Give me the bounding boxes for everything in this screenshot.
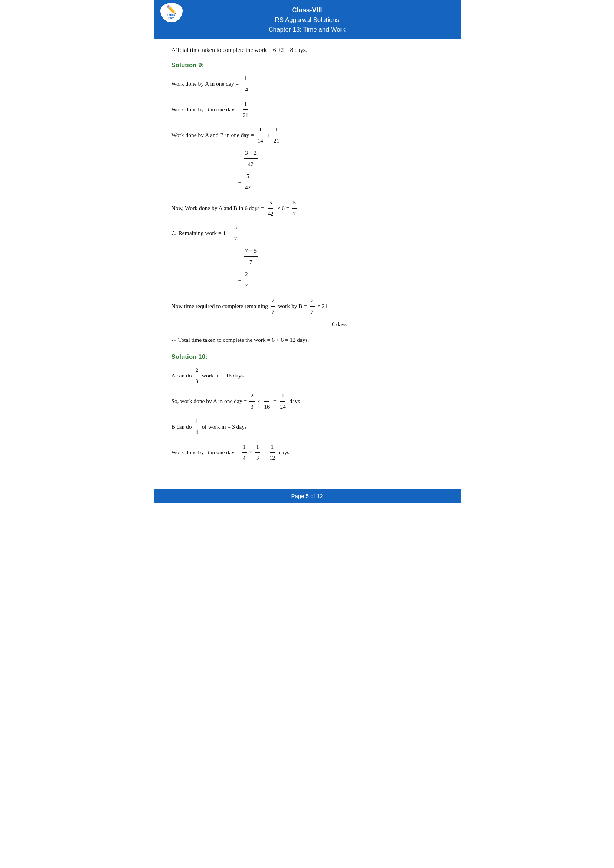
remaining-line: ∴ Remaining work = 1 − 5 7 [172, 223, 443, 244]
frac-1-16: 1 16 [263, 391, 271, 412]
ab-6days-line: Now, Work done by A and B in 6 days = 5 … [172, 198, 443, 219]
work-ab-label: Work done by A and B in one day = [172, 130, 256, 140]
header-line3: Chapter 13: Time and Work [157, 25, 457, 34]
frac-2-3-a: 2 3 [194, 365, 199, 386]
ab-step3: = 5 42 [172, 172, 443, 192]
frac-1-21: 1 21 [242, 99, 250, 120]
work-a-line: Work done by A in one day = 1 14 [172, 73, 443, 95]
logo-icon: ✏️ [166, 6, 176, 14]
a-work-line: A can do 2 3 work in = 16 days [172, 365, 443, 386]
total-time-9: ∴ Total time taken to complete the work … [172, 333, 443, 346]
a-one-day-line: So, work done by A in one day = 2 3 × 1 … [172, 391, 443, 412]
work-ab-line: Work done by A and B in one day = 1 14 +… [172, 125, 443, 146]
rem-step2: = 7 − 5 7 [172, 246, 443, 267]
frac-1-14-ab: 1 14 [256, 125, 264, 146]
frac-1-4-b: 1 4 [194, 416, 199, 437]
b-one-day-line: Work done by B in one day = 1 4 × 1 3 = … [172, 442, 443, 463]
result-6days: = 6 days [172, 319, 443, 330]
page-footer: Page 5 of 12 [154, 489, 460, 503]
b-work-line: B can do 1 4 of work in = 3 days [172, 416, 443, 437]
work-b-line: Work done by B in one day = 1 21 [172, 99, 443, 120]
rem-step3: = 2 7 [172, 270, 443, 291]
frac-2-7-b: 2 7 [310, 296, 315, 317]
solution-9-block: Solution 9: Work done by A in one day = … [172, 62, 443, 346]
frac-1-4-b2: 1 4 [242, 442, 247, 463]
intro-text: ∴ Total time taken to complete the work … [172, 45, 443, 55]
frac-2-7: 2 7 [244, 270, 249, 291]
frac-1-24: 1 24 [279, 391, 287, 412]
frac-3plus2-42: 3 + 2 42 [244, 148, 257, 169]
ab-step2: = 3 + 2 42 [172, 148, 443, 169]
frac-1-21-ab: 1 21 [273, 125, 280, 146]
frac-1-14: 1 14 [241, 73, 249, 95]
work-b-label: Work done by B in one day = [172, 104, 241, 115]
frac-5-42-6: 5 42 [267, 198, 275, 219]
frac-2-3-so: 2 3 [250, 391, 255, 412]
solution-10-block: Solution 10: A can do 2 3 work in = 16 d… [172, 353, 443, 463]
page-number: Page 5 of 12 [291, 493, 323, 499]
header-line2: RS Aggarwal Solutions [157, 15, 457, 25]
solution-10-title: Solution 10: [172, 353, 443, 361]
frac-1-3-b: 1 3 [255, 442, 260, 463]
frac-1-12: 1 12 [268, 442, 276, 463]
header-line1: Class-VIII [157, 5, 457, 15]
time-required-line: Now time required to complete remaining … [172, 296, 443, 317]
page-header: ✏️ StudyPath Class-VIII RS Aggarwal Solu… [154, 0, 460, 39]
frac-5-7: 5 7 [292, 198, 297, 219]
frac-5-7-rem: 5 7 [233, 223, 238, 244]
solution-9-title: Solution 9: [172, 62, 443, 69]
frac-7minus5-7: 7 − 5 7 [244, 246, 257, 267]
logo-text: StudyPath [167, 14, 175, 20]
frac-5-42: 5 42 [244, 172, 252, 192]
frac-2-7-tr: 2 7 [271, 296, 276, 317]
work-a-label: Work done by A in one day = [172, 79, 240, 89]
